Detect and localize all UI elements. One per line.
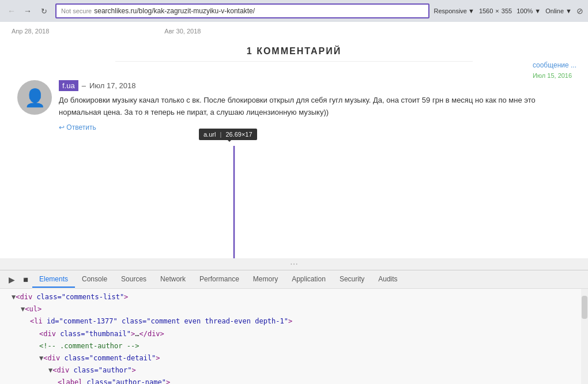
tooltip-dimensions: 26.69×17 <box>225 131 252 138</box>
tab-network[interactable]: Network <box>153 272 193 288</box>
sidebar-date: Июл 15, 2016 <box>533 72 572 79</box>
code-line-2[interactable]: ▼<ul> <box>0 303 588 315</box>
drag-dots: ⋯ <box>290 259 298 269</box>
viewport-width: 1560 <box>479 7 493 14</box>
devtools-content: ▼<div class="comments-list"> ▼<ul> <li i… <box>0 289 588 384</box>
code-line-8[interactable]: <label class="author-name"> <box>0 377 588 384</box>
devtools-resize-handle[interactable]: ⋯ <box>0 258 588 270</box>
online-button[interactable]: Online ▼ <box>545 7 572 14</box>
date-1: Апр 28, 2018 <box>12 28 49 35</box>
code-line-6[interactable]: ▼<div class="comment-detail"> <box>0 352 588 364</box>
inspect-element-button[interactable]: ▶ <box>5 273 18 287</box>
comment-dash: – <box>82 81 86 90</box>
tab-console[interactable]: Console <box>75 272 114 288</box>
dates-row: Апр 28, 2018 Авг 30, 2018 <box>0 22 588 40</box>
tab-audits[interactable]: Audits <box>371 272 404 288</box>
viewport-x: × <box>495 7 499 14</box>
comments-title: 1 КОММЕНТАРИЙ <box>115 46 473 62</box>
settings-icon[interactable]: ⊘ <box>576 6 583 16</box>
browser-toolbar: ← → ↻ Not secure searchlikes.ru/blog/kak… <box>0 0 588 22</box>
code-line-7[interactable]: ▼<div class="author"> <box>0 364 588 377</box>
responsive-arrow: ▼ <box>468 7 474 14</box>
element-tooltip: a.url | 26.69×17 <box>199 129 257 140</box>
page-viewport: Апр 28, 2018 Авг 30, 2018 сообщение ... … <box>0 22 588 258</box>
tooltip-separator: | <box>220 131 221 138</box>
tooltip-selector: a.url <box>203 131 216 138</box>
zoom-button[interactable]: 100% ▼ <box>517 7 541 14</box>
code-line-5[interactable]: <!-- .comment-author --> <box>0 340 588 352</box>
pointer-arrow <box>229 146 252 258</box>
tab-performance[interactable]: Performance <box>193 272 246 288</box>
viewport-height: 355 <box>502 7 512 14</box>
online-arrow: ▼ <box>566 7 572 14</box>
tab-elements[interactable]: Elements <box>32 272 75 288</box>
responsive-label: Responsive <box>434 7 467 14</box>
tab-sources[interactable]: Sources <box>114 272 153 288</box>
reload-button[interactable]: ↻ <box>37 4 51 18</box>
comment-content: f.ua – Июл 17, 2018 До блокировки музыку… <box>59 80 571 131</box>
dimension-display: 1560 × 355 <box>479 7 512 14</box>
comment-author-row: f.ua – Июл 17, 2018 <box>59 80 571 91</box>
back-button[interactable]: ← <box>5 4 18 18</box>
devtools-scrollbar[interactable] <box>581 289 588 384</box>
arrow-container <box>229 146 252 258</box>
code-line-4[interactable]: <div class="thumbnail">…</div> <box>0 328 588 340</box>
responsive-button[interactable]: Responsive ▼ <box>434 7 474 14</box>
comment-block: 👤 f.ua – Июл 17, 2018 До блокировки музы… <box>0 74 588 137</box>
forward-button[interactable]: → <box>21 4 35 18</box>
tab-memory[interactable]: Memory <box>246 272 285 288</box>
device-toolbar-button[interactable]: ◾ <box>18 273 32 287</box>
zoom-label: 100% <box>517 7 533 14</box>
devtools-panel: ▶ ◾ Elements Console Sources Network Per… <box>0 270 588 384</box>
tab-application[interactable]: Application <box>285 272 333 288</box>
comments-section: 1 КОММЕНТАРИЙ <box>115 40 473 74</box>
security-label: Not secure <box>61 7 92 14</box>
tab-security[interactable]: Security <box>333 272 371 288</box>
reply-button[interactable]: ↩ Ответить <box>59 123 571 131</box>
author-link[interactable]: f.ua <box>59 80 78 91</box>
scrollbar-thumb[interactable] <box>582 296 587 319</box>
sidebar-content: сообщение ... Июл 15, 2016 <box>533 59 576 80</box>
url-text: searchlikes.ru/blog/kak-zagruzit-muzyiku… <box>94 7 423 15</box>
date-2: Авг 30, 2018 <box>164 28 201 35</box>
avatar-icon: 👤 <box>24 88 46 108</box>
browser-chrome: ← → ↻ Not secure searchlikes.ru/blog/kak… <box>0 0 588 22</box>
comment-text: До блокировки музыку качал только с вк. … <box>59 95 571 119</box>
zoom-arrow: ▼ <box>534 7 541 14</box>
code-line-3[interactable]: <li id="comment-1377" class="comment eve… <box>0 315 588 327</box>
comment-date: Июл 17, 2018 <box>89 81 136 90</box>
online-label: Online <box>545 7 564 14</box>
devtools-tabs: ▶ ◾ Elements Console Sources Network Per… <box>0 270 588 289</box>
avatar: 👤 <box>17 80 52 115</box>
devtools-bar-right: Responsive ▼ 1560 × 355 100% ▼ Online ▼ … <box>434 6 584 16</box>
sidebar-link[interactable]: сообщение ... <box>533 61 576 69</box>
nav-buttons: ← → ↻ <box>5 4 51 18</box>
address-bar[interactable]: Not secure searchlikes.ru/blog/kak-zagru… <box>55 3 429 18</box>
code-line-1[interactable]: ▼<div class="comments-list"> <box>0 291 588 303</box>
